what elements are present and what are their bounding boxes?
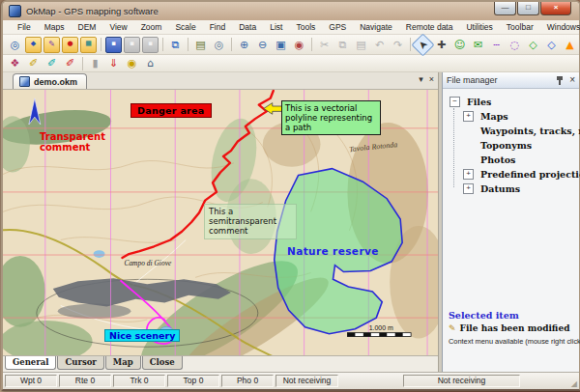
tab-map[interactable]: Map	[105, 356, 141, 370]
tree-item-photos[interactable]: Photos	[443, 153, 579, 167]
zoom-actual-icon[interactable]: ◉	[291, 37, 307, 53]
status-empty	[522, 375, 575, 387]
resize-grip[interactable]: ◢	[571, 379, 577, 388]
open-map-edit-icon[interactable]: ✎	[44, 37, 60, 53]
menu-maps[interactable]: Maps	[38, 22, 72, 32]
save-map-icon[interactable]: ▪	[105, 37, 122, 53]
add-waypoint-icon[interactable]: ☺	[451, 37, 468, 53]
search-icon[interactable]: ◎	[211, 37, 227, 53]
status-spacer	[340, 375, 401, 387]
gps-download-icon[interactable]: ⇓	[105, 55, 122, 71]
file-tree: − Files + Maps Waypoints, tracks, routes…	[443, 89, 579, 196]
menu-gps[interactable]: GPS	[322, 22, 353, 32]
toolbar-separator	[162, 38, 163, 51]
modified-status-text: File has been modified	[460, 323, 570, 333]
file-manager-title: File manager	[447, 75, 556, 85]
nice-scenery-label[interactable]: Nice scenery	[104, 329, 180, 342]
open-map-icon[interactable]: ◆	[25, 37, 42, 53]
main-toolbar: ◎ ◆ ✎ ● ▦ ▪ ▪ ▪ ⧉ ▤ ◎ ⊕ ⊖ ▣ ◉ ✂ ⧉ ▤ ↶ ↷ …	[3, 35, 579, 55]
menu-list[interactable]: List	[263, 22, 289, 32]
tree-item-waypoints[interactable]: Waypoints, tracks, routes	[443, 124, 579, 138]
cut-icon[interactable]: ✂	[316, 37, 333, 53]
tab-demo-okm[interactable]: demo.okm	[13, 73, 87, 89]
toolbar-separator	[82, 57, 83, 70]
collapse-icon[interactable]: −	[450, 97, 460, 107]
measure-distance-icon[interactable]: ✐	[25, 55, 42, 71]
menu-find[interactable]: Find	[203, 22, 233, 32]
properties-icon[interactable]: ▤	[192, 37, 209, 53]
add-comment-icon[interactable]: ✉	[470, 37, 486, 53]
measure-clear-icon[interactable]: ✐	[62, 55, 78, 71]
menu-tools[interactable]: Tools	[289, 22, 322, 32]
add-position-icon[interactable]: ✚	[433, 37, 450, 53]
transparent-comment-label[interactable]: Transparent comment	[40, 131, 113, 153]
add-track-icon[interactable]: ┄	[488, 37, 505, 53]
tree-item-projections[interactable]: + Predefined projections	[443, 167, 579, 182]
add-area-icon[interactable]: ◇	[525, 37, 541, 53]
menu-toolbar[interactable]: Toolbar	[500, 22, 540, 32]
measure-area-icon[interactable]: ✐	[44, 55, 60, 71]
gps-position-icon[interactable]: ◉	[124, 55, 140, 71]
add-route-icon[interactable]: ◌	[507, 37, 523, 53]
tree-item-files[interactable]: − Files	[443, 95, 579, 109]
save-all-icon[interactable]: ▪	[124, 37, 140, 53]
town-label: Campo di Giove	[124, 259, 172, 267]
paste-icon[interactable]: ▤	[353, 37, 369, 53]
tab-menu-icon[interactable]: ▾	[419, 74, 423, 84]
undo-icon[interactable]: ↶	[371, 37, 388, 53]
expand-icon[interactable]: +	[463, 183, 474, 194]
tree-item-datums[interactable]: + Datums	[443, 182, 579, 196]
zoom-window-icon[interactable]: ▣	[273, 37, 289, 53]
add-polyline-icon[interactable]: ◇	[543, 37, 560, 53]
nature-reserve-label[interactable]: Nature reserve	[287, 245, 379, 257]
select-cursor-icon[interactable]: ➤	[411, 33, 434, 56]
minimize-button[interactable]: —	[494, 2, 516, 15]
pin-icon[interactable]	[556, 76, 564, 85]
map-canvas[interactable]: 1.000 m Campo di Giove Tavola Rotonda Da…	[3, 90, 438, 355]
open-map-red-icon[interactable]: ●	[62, 37, 78, 53]
panel-close-icon[interactable]: ×	[569, 75, 575, 85]
title-bar[interactable]: OkMap - GPS mapping software — □ ×	[3, 2, 579, 20]
open-image-icon[interactable]: ▦	[80, 37, 97, 53]
close-button[interactable]: ×	[540, 2, 571, 15]
menu-file[interactable]: File	[11, 22, 38, 32]
route-calc-icon[interactable]: ❖	[7, 55, 23, 71]
file-manager-panel: File manager × − Files + Maps Waypoints,…	[442, 72, 579, 372]
redo-icon[interactable]: ↷	[390, 37, 406, 53]
tab-close-icon[interactable]: ×	[429, 74, 434, 84]
menu-zoom[interactable]: Zoom	[134, 22, 169, 32]
remote-data-icon[interactable]: ⌂	[142, 55, 159, 71]
menu-view[interactable]: View	[102, 22, 133, 32]
tab-close[interactable]: Close	[142, 356, 183, 370]
context-menu-hint: Context menu available (mouse right clic…	[449, 337, 577, 346]
zoom-out-icon[interactable]: ⊖	[254, 37, 271, 53]
maximize-button[interactable]: □	[517, 2, 539, 15]
tree-item-toponyms[interactable]: Toponyms	[443, 138, 579, 153]
file-manager-header[interactable]: File manager ×	[443, 72, 579, 89]
save-as-icon[interactable]: ▪	[142, 37, 159, 53]
tree-item-maps[interactable]: + Maps	[443, 109, 579, 124]
gps-off-icon[interactable]: ▮	[87, 55, 103, 71]
expand-icon[interactable]: +	[463, 111, 474, 122]
tab-cursor[interactable]: Cursor	[57, 356, 103, 370]
menu-remote-data[interactable]: Remote data	[399, 22, 460, 32]
add-polygon-icon[interactable]: ▲	[562, 37, 578, 53]
urban-area	[58, 304, 131, 320]
tab-label: demo.okm	[34, 77, 77, 87]
menu-utilities[interactable]: Utilities	[459, 22, 499, 32]
copy-icon[interactable]: ⧉	[334, 37, 351, 53]
menu-windows[interactable]: Windows	[540, 22, 580, 32]
copy-map-icon[interactable]: ⧉	[167, 37, 184, 53]
tab-general[interactable]: General	[5, 356, 56, 370]
polyline-callout[interactable]: This is a vectorial polyline representin…	[281, 100, 381, 135]
zoom-in-icon[interactable]: ⊕	[236, 37, 252, 53]
semitransparent-comment[interactable]: This a semitransparent comment	[204, 204, 297, 239]
menu-bar: File Maps DEM View Zoom Scale Find Data …	[3, 20, 579, 35]
menu-navigate[interactable]: Navigate	[353, 22, 399, 32]
menu-scale[interactable]: Scale	[168, 22, 202, 32]
expand-icon[interactable]: +	[463, 169, 474, 180]
danger-area-label[interactable]: Danger area	[130, 103, 212, 118]
menu-data[interactable]: Data	[232, 22, 263, 32]
menu-dem[interactable]: DEM	[72, 22, 103, 32]
find-map-icon[interactable]: ◎	[7, 37, 23, 53]
